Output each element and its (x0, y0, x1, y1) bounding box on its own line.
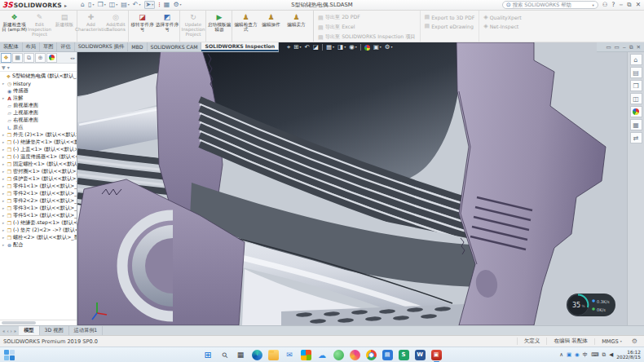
tree-item[interactable]: ▱ 上视基准面 (0, 109, 77, 117)
search-input[interactable]: ⊙ 搜索 SOLIDWORKS 帮助 ▾ (502, 1, 598, 9)
solidworks-resources-icon[interactable]: ⌂ (630, 54, 642, 65)
tray-expand-icon[interactable]: ∧ (559, 351, 563, 359)
3d-model-canvas[interactable]: 35 % 0.3K/s 0K/s (77, 42, 627, 325)
options-icon[interactable]: ⚙ (173, 2, 181, 8)
commandmanager-tab[interactable]: MBD (128, 42, 147, 51)
browser-pink[interactable] (350, 350, 360, 360)
docs-app[interactable]: ▤ (382, 350, 393, 360)
tree-item[interactable]: ▸ ❒ (-) 绝缘套.step<1> (默认<<默认> (0, 219, 77, 227)
model-tab[interactable]: 运动算例1 (69, 326, 104, 335)
ime-indicator[interactable]: 中 (583, 351, 589, 359)
browser-green[interactable] (333, 350, 344, 360)
start-button[interactable]: ⊞ (203, 350, 214, 360)
tree-item[interactable]: ▸ ❒ 外壳 (2)<1> (默认<<默认>_显示状 (0, 131, 77, 139)
tree-item[interactable]: ▸ ❒ 零件2<2> (默认<<默认>_显示状态 (0, 197, 77, 205)
account-icon[interactable]: ⚇ (602, 2, 608, 8)
edge-browser[interactable] (252, 350, 262, 360)
view-orientation-icon[interactable]: ▦ (326, 44, 334, 51)
display-style-icon[interactable]: ◨ (337, 44, 346, 51)
zoom-area-icon[interactable]: ⊞ (293, 44, 301, 51)
panel-arrows-icon[interactable]: ◂▸ (70, 55, 76, 60)
search-dropdown-icon[interactable]: ▾ (593, 3, 594, 7)
print-icon[interactable]: ▤ (121, 2, 130, 8)
ribbon-button[interactable]: ✚ Add Characteristic (78, 11, 104, 42)
mail-app[interactable]: ✉ (285, 350, 295, 360)
doc-close-icon[interactable]: ✕ (637, 44, 641, 51)
ribbon-button[interactable]: ◎ Add/Edit Balloons (104, 11, 129, 42)
tree-item[interactable]: ▸ ❒ 零件1<1> (默认<<默认>_显示状态 (0, 183, 77, 190)
model-tab[interactable]: 模型 (19, 326, 39, 335)
onedrive-icon[interactable]: ▣ (567, 351, 571, 359)
open-file-icon[interactable]: ❒ (97, 2, 105, 8)
tree-item[interactable]: ▸ ❒ 零件2<1> (默认<<默认>_显示状态 (0, 190, 77, 197)
microsoft-store[interactable] (301, 350, 311, 360)
file-explorer-icon[interactable]: ❒ (630, 80, 642, 91)
tree-item[interactable]: ▸ ❒ (-) 温度传感器<1> (默认<<默认>_ (0, 153, 77, 161)
export-item[interactable]: ▤导出至 SOLIDWORKS Inspection 项目 (318, 33, 416, 41)
tab-scroll-arrow-icon[interactable]: » (14, 329, 16, 333)
search-button[interactable]: ⚲ (217, 347, 232, 362)
taskbar-clock[interactable]: 16:12 2022/8/15 (616, 350, 641, 360)
app-s[interactable]: S (399, 350, 409, 360)
cloud-app[interactable]: ☁ (317, 350, 328, 360)
select-tool-icon[interactable]: ➤ (144, 1, 156, 9)
tab-scroll-arrow-icon[interactable]: ‹ (7, 329, 8, 333)
ribbon-button[interactable]: ♟ 编辑卖方 (284, 11, 309, 42)
tree-item[interactable]: ∟ 原点 (0, 124, 77, 131)
tree-item[interactable]: ▸ ◷ History (0, 80, 77, 87)
commandmanager-tab[interactable]: SOLIDWORKS CAM (148, 42, 202, 51)
commandmanager-tab[interactable]: SOLIDWORKS Inspection (201, 42, 279, 51)
filter-caret-icon[interactable]: ▾ (7, 64, 10, 70)
tree-filter[interactable]: ▼ ▾ (0, 64, 77, 72)
keyboard-icon[interactable]: ⌨ (591, 351, 598, 359)
tree-item[interactable]: ▸ ❒ (-) 绝缘垫片<1> (默认<<默认>_显 (0, 139, 77, 146)
tree-hscrollbar[interactable] (0, 320, 77, 325)
tree-item[interactable]: ▸ ⊚ 配合 (0, 241, 77, 249)
doc-minimize-icon[interactable]: ‒ (623, 44, 626, 51)
commandmanager-tab[interactable]: SOLIDWORKS 插件 (75, 42, 128, 51)
tab-featuremanager-tree[interactable]: ❖ (1, 53, 11, 63)
previous-view-icon[interactable]: ↶ (305, 44, 310, 51)
ribbon-button[interactable]: ▶ 启动模板编辑器 (207, 11, 232, 42)
wps-app[interactable]: W (415, 350, 426, 360)
tab-scroll-arrow-icon[interactable]: › (11, 329, 12, 333)
ribbon-button[interactable]: ↻ Update Inspection Project (181, 11, 206, 42)
tab-propertymanager[interactable]: ▦ (12, 53, 23, 63)
appearances-icon[interactable] (630, 106, 642, 117)
section-view-icon[interactable]: ◪ (313, 44, 319, 51)
export-item[interactable]: ◈QualityXpert (483, 14, 521, 20)
ribbon-button[interactable]: ▤ 新建模板 (52, 11, 77, 42)
export-item[interactable]: ▤导出至 Excel (318, 24, 416, 31)
scrollbar-thumb[interactable] (2, 321, 36, 324)
doc-restore-icon[interactable]: ⧉ (629, 44, 633, 51)
tab-scroll-arrow-icon[interactable]: « (2, 329, 5, 333)
commandmanager-tab[interactable]: 评估 (57, 42, 74, 51)
tree-item[interactable]: ▱ 前视基准面 (0, 102, 77, 109)
close-button[interactable]: ✕ (636, 2, 641, 8)
view-settings-icon[interactable]: ⚙ (385, 44, 393, 51)
tree-item[interactable]: ◉ 传感器 (0, 87, 77, 95)
rebuild-icon[interactable]: ⁝ (158, 2, 161, 8)
file-explorer[interactable] (268, 350, 279, 360)
doc-window-icon[interactable]: ▭ (615, 44, 620, 51)
restore-button[interactable]: ⧉ (627, 2, 631, 8)
doc-window-icon[interactable]: ▭ (606, 44, 611, 51)
tab-dimxpertmanager[interactable]: ⊕ (35, 53, 46, 63)
apply-scene-icon[interactable]: ▣ (373, 44, 382, 51)
new-file-icon[interactable]: ▯ (88, 2, 94, 8)
help-icon[interactable]: ? (612, 2, 615, 8)
chrome-browser[interactable] (366, 350, 377, 360)
edit-appearance-icon[interactable] (364, 45, 370, 51)
forum-icon[interactable]: ⇄ (630, 132, 642, 143)
commandmanager-tab[interactable]: 布局 (23, 42, 40, 51)
ribbon-button[interactable]: ◪ 移转零件序号 (130, 11, 155, 42)
graphics-area[interactable]: 35 % 0.3K/s 0K/s (77, 42, 627, 325)
zoom-fit-icon[interactable]: ⌖ (287, 44, 290, 51)
tree-item[interactable]: ▸ ❒ 固定螺栓<1> (默认<<默认>_显示 (0, 161, 77, 168)
tree-item[interactable]: ▸ ❒ 保护套<1> (默认<<默认>_显示状 (0, 175, 77, 183)
tab-configurationmanager[interactable]: ⧉ (24, 53, 34, 63)
export-item[interactable]: ▤Export to 3D PDF (425, 14, 475, 20)
export-item[interactable]: ◈Net-Inspect (483, 23, 521, 29)
tree-item[interactable]: ▸ ❒ 螺栓<2> (默认<<默认>_显示状态 (0, 234, 77, 241)
task-view-button[interactable]: ▦ (236, 350, 246, 360)
